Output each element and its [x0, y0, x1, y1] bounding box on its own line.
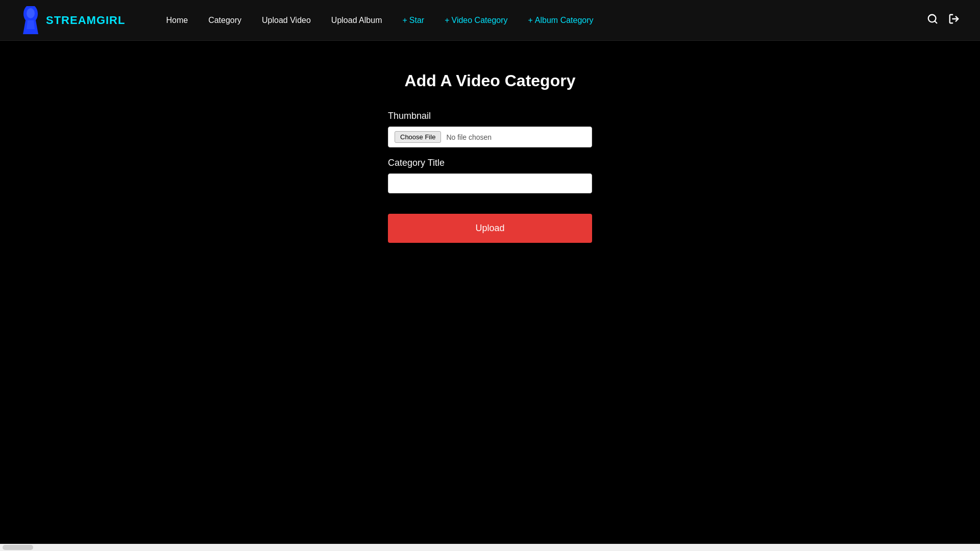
logout-button[interactable]: [948, 13, 960, 28]
thumbnail-label: Thumbnail: [388, 111, 592, 121]
main-content: Add A Video Category Thumbnail Choose Fi…: [0, 41, 980, 243]
svg-line-5: [935, 21, 937, 23]
page-title: Add A Video Category: [405, 71, 576, 90]
brand-name: STREAMGIRL: [46, 14, 125, 27]
nav-album-category[interactable]: + Album Category: [528, 16, 594, 25]
search-icon: [927, 13, 938, 24]
plus-icon-video-cat: +: [445, 16, 449, 25]
nav-star[interactable]: + Star: [402, 16, 424, 25]
svg-point-2: [27, 8, 35, 18]
brand-logo[interactable]: STREAMGIRL: [20, 6, 125, 34]
plus-icon-album-cat: +: [528, 16, 533, 25]
svg-marker-3: [27, 20, 35, 29]
scrollbar-thumb[interactable]: [3, 545, 33, 550]
logo-icon: [20, 6, 41, 34]
nav-category[interactable]: Category: [208, 16, 241, 25]
nav-video-category[interactable]: + Video Category: [445, 16, 507, 25]
form-container: Thumbnail Choose File No file chosen Cat…: [388, 111, 592, 243]
choose-file-button[interactable]: Choose File: [395, 131, 441, 143]
navbar: STREAMGIRL Home Category Upload Video Up…: [0, 0, 980, 41]
nav-links: Home Category Upload Video Upload Album …: [166, 16, 927, 25]
logout-icon: [948, 13, 960, 24]
nav-album-category-label: Album Category: [535, 16, 594, 25]
nav-upload-video[interactable]: Upload Video: [262, 16, 311, 25]
file-input-wrapper: Choose File No file chosen: [388, 127, 592, 147]
upload-button[interactable]: Upload: [388, 214, 592, 243]
nav-upload-album[interactable]: Upload Album: [331, 16, 382, 25]
category-title-group: Category Title: [388, 158, 592, 193]
file-no-chosen-text: No file chosen: [446, 133, 492, 141]
thumbnail-group: Thumbnail Choose File No file chosen: [388, 111, 592, 147]
category-title-input[interactable]: [388, 173, 592, 193]
scrollbar[interactable]: [0, 544, 980, 551]
plus-icon-star: +: [402, 16, 407, 25]
nav-actions: [927, 13, 960, 28]
nav-star-label: Star: [409, 16, 424, 25]
search-button[interactable]: [927, 13, 938, 28]
nav-video-category-label: Video Category: [452, 16, 508, 25]
nav-home[interactable]: Home: [166, 16, 188, 25]
category-title-label: Category Title: [388, 158, 592, 168]
